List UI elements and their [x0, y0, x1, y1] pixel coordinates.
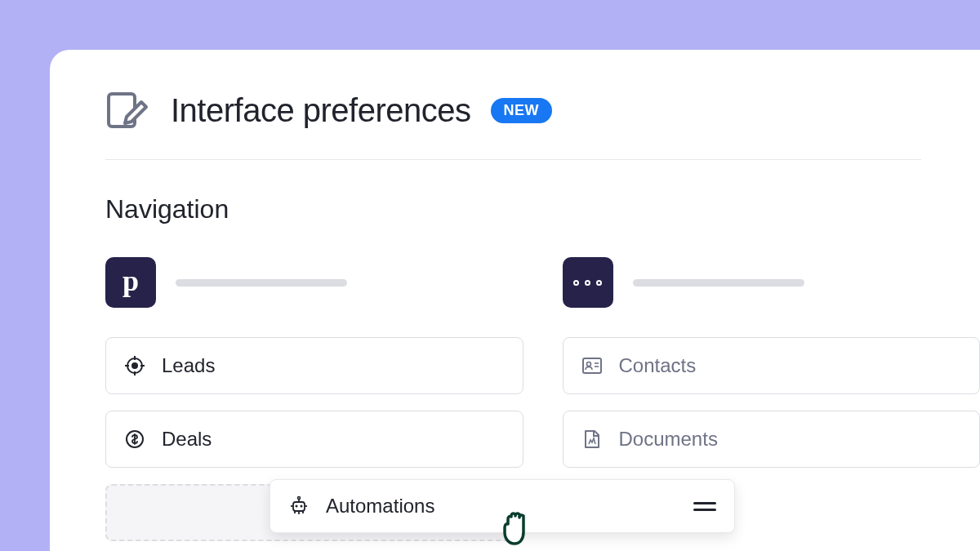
nav-item-contacts[interactable]: Contacts: [563, 337, 981, 394]
robot-icon: [288, 495, 310, 517]
target-icon: [124, 355, 145, 376]
svg-point-9: [586, 362, 590, 367]
edit-page-icon: [105, 91, 151, 130]
svg-point-2: [131, 362, 138, 369]
svg-rect-8: [583, 358, 601, 373]
new-badge: NEW: [491, 98, 553, 123]
nav-item-label: Leads: [162, 354, 215, 377]
contacts-icon: [581, 355, 603, 376]
documents-icon: [581, 429, 603, 450]
primary-column-header: p: [105, 257, 523, 308]
nav-item-leads[interactable]: Leads: [105, 337, 523, 394]
svg-point-16: [298, 497, 301, 500]
dollar-icon: [124, 429, 145, 450]
placeholder-bar: [633, 279, 804, 287]
page-title: Interface preferences: [171, 92, 471, 129]
nav-item-label: Deals: [162, 428, 212, 451]
nav-item-automations-dragging[interactable]: Automations: [270, 479, 735, 533]
nav-item-label: Contacts: [619, 354, 697, 377]
app-logo-icon: p: [105, 257, 156, 308]
svg-rect-12: [293, 502, 305, 511]
page-header: Interface preferences NEW: [105, 91, 921, 160]
nav-item-deals[interactable]: Deals: [105, 411, 523, 468]
nav-item-label: Automations: [326, 495, 434, 518]
more-menu-icon: [563, 257, 613, 308]
svg-point-14: [301, 505, 303, 508]
drag-handle-icon[interactable]: [693, 502, 716, 511]
nav-item-label: Documents: [619, 428, 718, 451]
overflow-column-header: [563, 257, 981, 308]
placeholder-bar: [176, 279, 347, 287]
section-title-navigation: Navigation: [105, 194, 980, 224]
nav-item-documents[interactable]: Documents: [563, 411, 981, 468]
settings-window: Interface preferences NEW Navigation p: [50, 50, 980, 551]
svg-point-13: [296, 505, 298, 508]
